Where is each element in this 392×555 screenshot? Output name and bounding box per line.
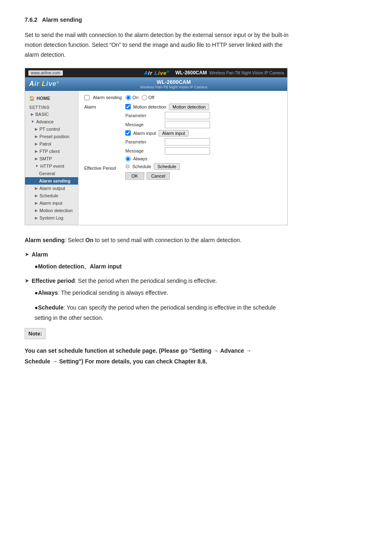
- effective-period-arrow-item: ➤ Effective period: Set the period when …: [25, 276, 367, 286]
- message2-label: Message: [125, 148, 162, 153]
- alarm-sending-radio-on-label[interactable]: On: [126, 95, 138, 100]
- schedule-button[interactable]: Schedule: [154, 163, 180, 170]
- home-label: HOME: [37, 96, 50, 101]
- arrow-right-icon: ▶: [35, 194, 38, 198]
- sidebar-item-advance[interactable]: ▼ Advance: [25, 118, 78, 125]
- motion-detection-button[interactable]: Motion detection: [169, 104, 210, 110]
- sidebar-item-alarm-output[interactable]: ▶ Alarm output: [25, 185, 78, 192]
- sidebar-item-ftp-client[interactable]: ▶ FTP client: [25, 148, 78, 155]
- always-bullet: ●Always: The periodical sending is alway…: [35, 288, 367, 298]
- motion-detection-row: Motion detection Motion detection: [125, 104, 281, 110]
- sidebar-home[interactable]: 🏠 HOME: [25, 94, 78, 103]
- arrow-right-icon: ▶: [31, 112, 34, 116]
- alarm-form-table: Alarm Motion detection Motion detection: [84, 104, 281, 180]
- camera-model-name: WL-2600CAM: [65, 79, 283, 85]
- sidebar-item-label: BASIC: [35, 112, 49, 117]
- arrow-char: ➤: [25, 250, 29, 259]
- sidebar-item-label: Advance: [36, 119, 54, 124]
- sidebar-item-motion-detection[interactable]: ▶ Motion detection: [25, 207, 78, 214]
- effective-period-label: Effective Period: [84, 166, 116, 171]
- motion-detection-checkbox[interactable]: [125, 104, 131, 109]
- parameter2-input[interactable]: [165, 138, 210, 146]
- sidebar-setting-label: SETTING: [25, 103, 78, 111]
- arrow-down-icon: ▼: [31, 120, 35, 124]
- sidebar-item-smtp[interactable]: ▶ SMTP: [25, 155, 78, 162]
- parameter1-input[interactable]: [165, 112, 210, 119]
- camera-main-content: Alarm sending On Off: [78, 91, 287, 225]
- camera-header-center: WL-2600CAM Wireless Pan-Tilt Night Visio…: [65, 79, 283, 89]
- arrow-right-icon: ▶: [35, 208, 38, 213]
- parameter1-label: Parameter: [125, 113, 162, 118]
- parameter2-label: Parameter: [125, 139, 162, 144]
- camera-topbar: www.airlive.com Air Live® WL-2600CAM Wir…: [25, 68, 287, 77]
- alarm-sending-radio-off[interactable]: [142, 95, 147, 100]
- arrow-right-icon: ▶: [35, 127, 38, 131]
- home-icon: 🏠: [29, 96, 35, 101]
- alarm-sending-radio-off-label[interactable]: Off: [142, 95, 154, 100]
- sidebar-item-label: SMTP: [39, 156, 52, 161]
- sidebar-item-preset-position[interactable]: ▶ Preset position: [25, 133, 78, 140]
- message2-input[interactable]: [165, 147, 210, 155]
- arrow-down-icon: ▼: [35, 164, 39, 168]
- topbar-desc: Wireless Pan-Tilt Night Vision IP Camera: [209, 71, 284, 75]
- message1-input[interactable]: [165, 121, 210, 128]
- sidebar-item-system-log[interactable]: ▶ System Log: [25, 214, 78, 222]
- message2-row: Message: [125, 147, 281, 155]
- sidebar-item-label: Alarm output: [39, 186, 65, 191]
- effective-period-cell: Always ⊙ Schedule Schedule OK Cancel: [125, 156, 281, 180]
- ok-cancel-row: OK Cancel: [125, 172, 281, 180]
- alarm-input-row: Alarm input Alarm input: [125, 130, 281, 136]
- alarm-sending-radio-group: On Off: [126, 95, 154, 100]
- ok-button[interactable]: OK: [125, 172, 144, 180]
- alarm-input-label: Alarm input: [133, 131, 156, 136]
- description: Set to send the mail with connection to …: [25, 30, 367, 60]
- sidebar-item-general[interactable]: General: [25, 170, 78, 177]
- alarm-label-row: Alarm Motion detection Motion detection: [84, 104, 281, 156]
- alarm-sending-note: Alarm sending: Select On to set to send …: [25, 235, 367, 245]
- sidebar-item-pt-control[interactable]: ▶ PT control: [25, 125, 78, 133]
- alarm-sending-row: Alarm sending On Off: [84, 95, 281, 100]
- alarm-input-checkbox[interactable]: [125, 130, 131, 136]
- note-text: You can set schedule function at schedul…: [25, 346, 367, 366]
- camera-header: Air Live® WL-2600CAM Wireless Pan-Tilt N…: [25, 77, 287, 91]
- arrow-right-icon: ▶: [35, 142, 38, 146]
- sidebar-item-http-event[interactable]: ▼ HTTP event: [25, 162, 78, 170]
- sidebar-item-label: Motion detection: [39, 208, 73, 213]
- arrow-right-icon: ▶: [35, 149, 38, 153]
- effective-period-text: Effective period: Set the period when th…: [32, 276, 217, 286]
- sidebar-item-basic[interactable]: ▶ BASIC: [25, 111, 78, 118]
- sidebar-item-alarm-input[interactable]: ▶ Alarm input: [25, 199, 78, 207]
- schedule-label: Schedule: [132, 164, 151, 169]
- alarm-input-button[interactable]: Alarm input: [159, 130, 189, 136]
- sidebar-item-label: System Log: [39, 215, 63, 220]
- section-heading: 7.6.2 Alarm sending: [25, 16, 367, 23]
- always-row: Always: [125, 156, 281, 162]
- sidebar-item-label: Alarm input: [39, 201, 62, 206]
- always-radio[interactable]: [125, 156, 131, 162]
- arrow-right-icon: ▶: [35, 201, 38, 205]
- alarm-settings-cell: Motion detection Motion detection Parame…: [125, 104, 281, 156]
- sidebar-item-label: Schedule: [39, 193, 58, 198]
- alarm-sending-label: Alarm sending: [93, 95, 122, 100]
- sidebar-item-schedule[interactable]: ▶ Schedule: [25, 192, 78, 199]
- schedule-icon: ⊙: [125, 163, 130, 169]
- arrow-right-icon: ▶: [35, 157, 38, 161]
- sidebar-item-label: FTP client: [39, 149, 60, 154]
- sidebar-item-alarm-sending[interactable]: Alarm sending: [25, 177, 78, 185]
- cancel-button[interactable]: Cancel: [147, 172, 170, 180]
- camera-ui-box: www.airlive.com Air Live® WL-2600CAM Wir…: [25, 68, 288, 225]
- below-ui-content: Alarm sending: Select On to set to send …: [25, 235, 367, 367]
- motion-detection-label: Motion detection: [133, 104, 166, 109]
- alarm-sending-checkbox[interactable]: [84, 95, 90, 100]
- camera-sidebar: 🏠 HOME SETTING ▶ BASIC ▼ Advance ▶ PT co: [25, 91, 78, 225]
- sidebar-item-label: Alarm sending: [39, 178, 70, 183]
- arrow-char2: ➤: [25, 276, 29, 285]
- sidebar-item-label: HTTP event: [40, 164, 65, 169]
- effective-period-row: Effective Period Always ⊙ Schedule Sched…: [84, 156, 281, 180]
- parameter1-row: Parameter: [125, 112, 281, 119]
- sidebar-item-patrol[interactable]: ▶ Patrol: [25, 140, 78, 148]
- camera-logo: Air Live®: [29, 80, 60, 88]
- sidebar-item-label: Preset position: [39, 134, 69, 139]
- alarm-sending-radio-on[interactable]: [126, 95, 131, 100]
- sidebar-item-label: PT control: [39, 127, 60, 132]
